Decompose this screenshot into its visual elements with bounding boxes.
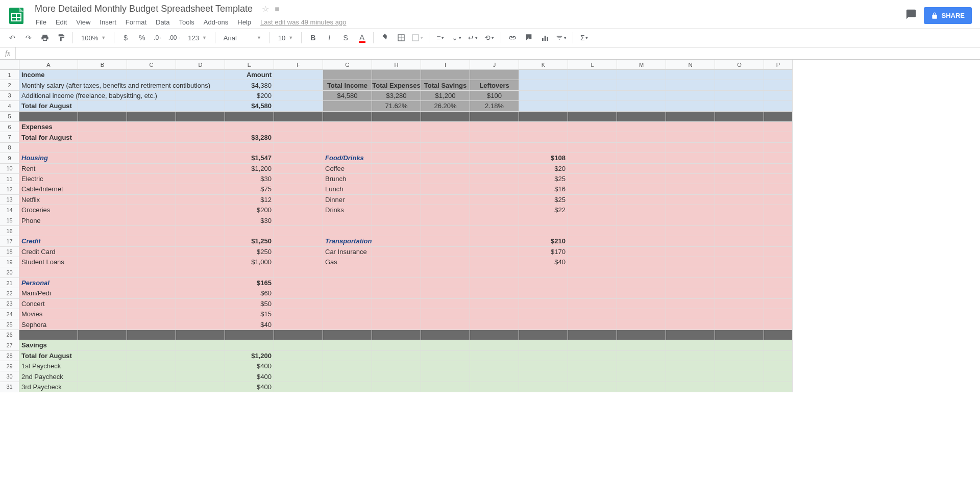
cell-K13[interactable]: $25 [519,195,568,205]
cell-G2[interactable]: Total Income [323,80,372,90]
cell-N26[interactable] [666,330,715,340]
cell-K1[interactable] [519,70,568,80]
cell-D14[interactable] [176,205,225,215]
cell-G24[interactable] [323,309,372,319]
cell-J14[interactable] [470,205,519,215]
cell-N15[interactable] [666,215,715,225]
cell-B12[interactable] [78,184,127,194]
cell-L1[interactable] [568,70,617,80]
row-header-5[interactable]: 5 [0,112,19,122]
cell-B9[interactable] [78,153,127,163]
cell-D23[interactable] [176,299,225,309]
cell-D26[interactable] [176,330,225,340]
cell-P28[interactable] [764,351,793,361]
cell-K19[interactable]: $40 [519,257,568,267]
cell-N8[interactable] [666,143,715,153]
col-header-E[interactable]: E [225,60,274,70]
cell-E9[interactable]: $1,547 [225,153,274,163]
cell-G5[interactable] [323,112,372,122]
cell-E12[interactable]: $75 [225,184,274,194]
cell-K3[interactable] [519,91,568,101]
cell-P7[interactable] [764,132,793,142]
col-header-F[interactable]: F [274,60,323,70]
cell-F5[interactable] [274,112,323,122]
row-header-3[interactable]: 3 [0,91,19,101]
cell-A9[interactable]: Housing [19,153,78,163]
cell-C27[interactable] [127,340,176,350]
cell-G11[interactable]: Brunch [323,174,372,184]
cell-P9[interactable] [764,153,793,163]
cell-D12[interactable] [176,184,225,194]
cell-L26[interactable] [568,330,617,340]
cell-C12[interactable] [127,184,176,194]
cell-P23[interactable] [764,299,793,309]
cell-O27[interactable] [715,340,764,350]
cell-A4[interactable]: Total for August [19,101,78,111]
cell-D1[interactable] [176,70,225,80]
cell-E4[interactable]: $4,580 [225,101,274,111]
cell-L21[interactable] [568,278,617,288]
cell-E5[interactable] [225,112,274,122]
cell-I6[interactable] [421,122,470,132]
menu-add-ons[interactable]: Add-ons [200,16,232,28]
cell-A5[interactable] [19,112,78,122]
cell-M17[interactable] [617,236,666,246]
cell-N10[interactable] [666,164,715,174]
cell-E29[interactable]: $400 [225,361,274,371]
cell-P19[interactable] [764,257,793,267]
cell-H3[interactable]: $3,280 [372,91,421,101]
cell-A30[interactable]: 2nd Paycheck [19,371,78,382]
cell-K21[interactable] [519,278,568,288]
cell-H11[interactable] [372,174,421,184]
cell-E21[interactable]: $165 [225,278,274,288]
cell-K15[interactable] [519,215,568,225]
cell-N13[interactable] [666,195,715,205]
cell-K12[interactable]: $16 [519,184,568,194]
cell-D5[interactable] [176,112,225,122]
cell-E18[interactable]: $250 [225,247,274,257]
bold-icon[interactable]: B [306,31,320,45]
cell-F14[interactable] [274,205,323,215]
cell-A29[interactable]: 1st Paycheck [19,361,78,371]
cell-F22[interactable] [274,288,323,298]
menu-data[interactable]: Data [152,16,174,28]
cell-P22[interactable] [764,288,793,298]
row-header-31[interactable]: 31 [0,382,19,392]
cell-L15[interactable] [568,215,617,225]
cell-B25[interactable] [78,319,127,330]
row-header-21[interactable]: 21 [0,278,19,288]
cell-H6[interactable] [372,122,421,132]
cell-P27[interactable] [764,340,793,350]
row-header-2[interactable]: 2 [0,80,19,90]
font-size-select[interactable]: 10▼ [274,32,297,44]
cell-N16[interactable] [666,226,715,236]
fill-color-icon[interactable] [378,31,392,45]
cell-J28[interactable] [470,351,519,361]
cell-D3[interactable] [176,91,225,101]
cell-G8[interactable] [323,143,372,153]
cell-I28[interactable] [421,351,470,361]
cell-E7[interactable]: $3,280 [225,132,274,142]
cell-N3[interactable] [666,91,715,101]
cell-C9[interactable] [127,153,176,163]
cell-F31[interactable] [274,382,323,392]
cell-F17[interactable] [274,236,323,246]
cell-A2[interactable]: Monthly salary (after taxes, benefits an… [19,80,78,90]
cell-L2[interactable] [568,80,617,90]
cell-I17[interactable] [421,236,470,246]
cell-A6[interactable]: Expenses [19,122,78,132]
cell-I9[interactable] [421,153,470,163]
cell-M30[interactable] [617,371,666,382]
cell-A23[interactable]: Concert [19,299,78,309]
cell-E11[interactable]: $30 [225,174,274,184]
cell-P14[interactable] [764,205,793,215]
cell-C4[interactable] [127,101,176,111]
cell-C16[interactable] [127,226,176,236]
cell-O16[interactable] [715,226,764,236]
decrease-decimal-icon[interactable]: .0← [151,31,165,45]
cell-N31[interactable] [666,382,715,392]
cell-O28[interactable] [715,351,764,361]
row-header-25[interactable]: 25 [0,319,19,330]
cell-B27[interactable] [78,340,127,350]
cell-N11[interactable] [666,174,715,184]
